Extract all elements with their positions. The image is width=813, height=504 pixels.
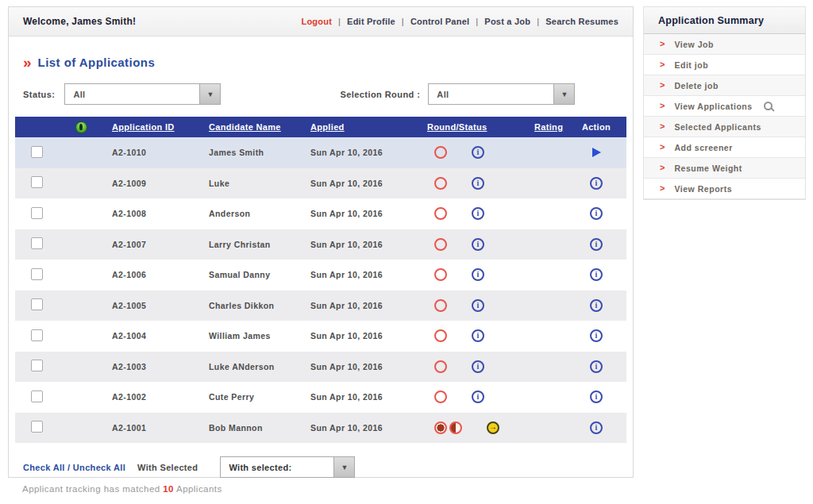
info-icon[interactable] [472,177,484,190]
dropdown-arrow-icon[interactable]: ▼ [333,457,354,477]
action-cell [566,268,626,281]
match-count-note: Applicant tracking has matched 10 Applic… [22,484,222,494]
candidate-name-cell: Samual Danny [202,270,304,279]
play-action-icon[interactable] [592,148,601,157]
row-checkbox[interactable] [31,176,43,188]
info-action-icon[interactable] [590,268,603,281]
row-checkbox[interactable] [31,207,43,219]
info-icon[interactable] [472,146,484,159]
nav-link-control-panel[interactable]: Control Panel [410,17,469,26]
action-cell [566,238,626,251]
candidate-name-cell: Cute Perry [202,392,304,402]
nav-link-post-a-job[interactable]: Post a Job [484,17,530,26]
sidebar: Application Summary >View Job>Edit job>D… [643,6,806,200]
with-selected-label: With Selected [137,463,198,472]
info-action-icon[interactable] [590,238,603,251]
sidebar-item-view-job[interactable]: >View Job [644,34,805,55]
info-action-icon[interactable] [590,421,603,434]
sidebar-item-selected-applicants[interactable]: >Selected Applicants [644,117,805,137]
candidate-name-cell: Bob Mannon [202,423,304,433]
table-header-row: Application IDCandidate NameAppliedRound… [15,117,626,137]
row-checkbox[interactable] [31,298,43,310]
nav-link-edit-profile[interactable]: Edit Profile [347,17,395,26]
round-status-cell [417,146,520,159]
row-checkbox-cell [15,207,56,221]
dropdown-arrow-icon[interactable]: ▼ [199,84,220,104]
nav-link-logout[interactable]: Logout [301,17,332,26]
action-cell [566,360,626,373]
status-select[interactable]: All ▼ [64,83,221,105]
sidebar-item-view-applications[interactable]: >View Applications [644,96,805,117]
sidebar-item-label: Edit job [674,60,708,70]
application-id-cell: A2-1008 [106,209,202,218]
applied-date-cell: Sun Apr 10, 2016 [304,362,417,371]
sidebar-item-resume-weight[interactable]: >Resume Weight [644,158,805,179]
info-icon[interactable] [472,299,484,312]
application-id-cell: A2-1007 [106,240,202,249]
table-row: A2-1002 Cute Perry Sun Apr 10, 2016 [15,382,626,413]
round-status-cell [417,268,520,281]
info-action-icon[interactable] [590,299,603,312]
sidebar-item-add-screener[interactable]: >Add screener [644,137,805,158]
row-checkbox-cell [15,268,56,282]
round-open-icon [434,268,447,281]
sidebar-item-edit-job[interactable]: >Edit job [644,55,805,75]
info-icon[interactable] [472,391,484,403]
info-icon[interactable] [472,329,484,342]
column-header-application-id[interactable]: Application ID [106,122,202,132]
nav-link-search-resumes[interactable]: Search Resumes [545,17,618,26]
with-selected-select[interactable]: With selected: ▼ [220,456,355,478]
table-row: A2-1005 Charles Dikkon Sun Apr 10, 2016 [15,290,626,321]
row-checkbox[interactable] [31,329,43,341]
info-icon[interactable] [472,238,484,251]
action-cell [566,329,626,342]
info-icon[interactable] [472,360,484,373]
column-header-round-status[interactable]: Round/Status [417,122,520,132]
double-chevron-icon: » [23,55,32,70]
check-all-link[interactable]: Check All / Uncheck All [23,463,125,472]
column-header-applied[interactable]: Applied [304,122,417,132]
candidate-name-cell: Luke [202,179,304,188]
row-checkbox[interactable] [31,237,43,249]
nav-separator: | [338,17,341,26]
welcome-text: Welcome, James Smith! [23,16,136,27]
main-panel: Welcome, James Smith! Logout|Edit Profil… [8,6,634,478]
match-count-prefix: Applicant tracking has matched [22,484,163,494]
applied-date-cell: Sun Apr 10, 2016 [304,179,417,188]
sidebar-item-label: Delete job [674,81,718,90]
info-action-icon[interactable] [590,329,603,342]
info-action-icon[interactable] [590,360,603,373]
row-checkbox[interactable] [31,391,43,402]
table-row: A2-1007 Larry Christan Sun Apr 10, 2016 [15,229,626,260]
selection-round-select[interactable]: All ▼ [428,83,575,105]
info-action-icon[interactable] [590,207,603,220]
row-checkbox[interactable] [31,268,43,280]
column-header-candidate-name[interactable]: Candidate Name [202,122,304,132]
row-checkbox[interactable] [31,421,43,433]
candidate-name-cell: Charles Dikkon [202,301,304,310]
dropdown-arrow-icon[interactable]: ▼ [553,84,574,104]
chevron-right-icon: > [660,81,665,90]
action-cell [566,421,626,434]
column-header-rating[interactable]: Rating [520,122,566,132]
round-open-icon [434,329,447,342]
sidebar-item-delete-job[interactable]: >Delete job [644,75,805,96]
match-count-suffix: Applicants [174,484,222,494]
application-id-cell: A2-1010 [106,148,202,157]
sidebar-item-view-reports[interactable]: >View Reports [644,179,805,199]
info-icon[interactable] [472,207,484,220]
applied-date-cell: Sun Apr 10, 2016 [304,392,417,402]
arrow-yellow-icon[interactable] [487,421,499,434]
table-row: A2-1008 Anderson Sun Apr 10, 2016 [15,198,626,229]
info-action-icon[interactable] [590,177,603,190]
row-checkbox-cell [15,298,56,312]
applied-date-cell: Sun Apr 10, 2016 [304,301,417,310]
round-status-cell [417,421,520,434]
row-checkbox[interactable] [31,146,43,158]
round-open-icon [434,207,447,220]
round-full-icon [434,421,447,434]
info-icon[interactable] [472,268,484,281]
info-action-icon[interactable] [590,391,603,403]
search-icon[interactable] [764,102,773,110]
row-checkbox[interactable] [31,360,43,371]
